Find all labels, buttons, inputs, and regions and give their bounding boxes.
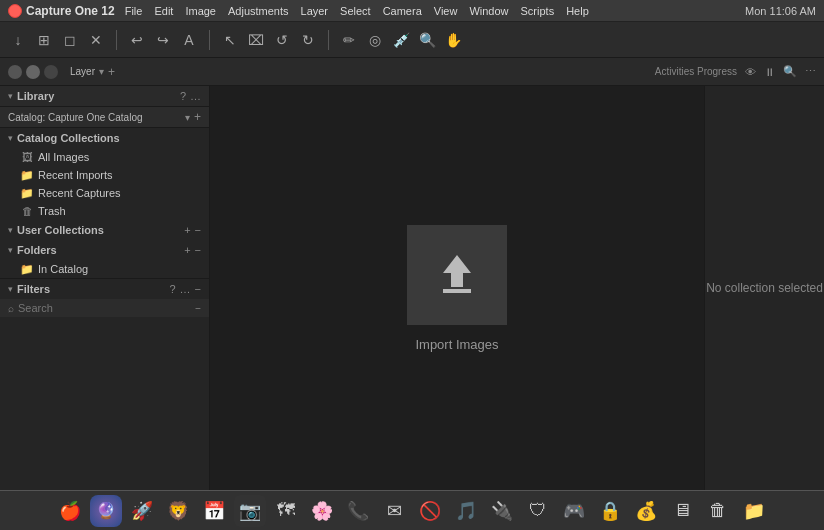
dock-ubar[interactable]: 🔒 [594, 495, 626, 527]
hide-icon[interactable]: 👁 [745, 66, 756, 78]
user-collections-add-icon[interactable]: + [184, 224, 190, 236]
trash-icon: 🗑 [20, 204, 34, 218]
recent-captures-item[interactable]: 📁 Recent Captures [0, 184, 209, 202]
search-clear-icon[interactable]: − [195, 303, 201, 314]
catalog-selector[interactable]: Catalog: Capture One Catalog ▾ + [0, 107, 209, 128]
catalog-collections-label: Catalog Collections [17, 132, 201, 144]
dock-trash[interactable]: 🗑 [702, 495, 734, 527]
no-collection-text: No collection selected [706, 279, 823, 297]
dock-siri[interactable]: 🔮 [90, 495, 122, 527]
color-tab-orange[interactable] [26, 65, 40, 79]
grid-icon[interactable]: ⊞ [34, 30, 54, 50]
eyedrop-icon[interactable]: 💉 [391, 30, 411, 50]
menu-adjustments[interactable]: Adjustments [228, 5, 289, 17]
folders-remove-icon[interactable]: − [195, 244, 201, 256]
color-tab-green[interactable] [44, 65, 58, 79]
folders-add-icon[interactable]: + [184, 244, 190, 256]
menu-camera[interactable]: Camera [383, 5, 422, 17]
catalog-expand-icon[interactable]: ▾ [185, 112, 190, 123]
right-panel: No collection selected [704, 86, 824, 490]
all-images-item[interactable]: 🖼 All Images [0, 148, 209, 166]
dock-skype[interactable]: 🚫 [414, 495, 446, 527]
trash-item[interactable]: 🗑 Trash [0, 202, 209, 220]
dock-photos[interactable]: 🌸 [306, 495, 338, 527]
hand-icon[interactable]: ✋ [443, 30, 463, 50]
user-collections-remove-icon[interactable]: − [195, 224, 201, 236]
menu-select[interactable]: Select [340, 5, 371, 17]
user-collections-chevron: ▾ [8, 225, 13, 235]
recent-captures-icon: 📁 [20, 186, 34, 200]
zoom-icon[interactable]: 🔍 [417, 30, 437, 50]
add-layer-icon[interactable]: + [108, 65, 115, 79]
dock-music[interactable]: 🎵 [450, 495, 482, 527]
text-icon[interactable]: A [179, 30, 199, 50]
dock: 🍎 🔮 🚀 🦁 📅 📷 🗺 🌸 📞 ✉ 🚫 🎵 🔌 🛡 🎮 🔒 💰 🖥 🗑 📁 [0, 490, 824, 530]
brush-icon[interactable]: ✏ [339, 30, 359, 50]
dock-finder[interactable]: 🍎 [54, 495, 86, 527]
clock: Mon 11:06 AM [745, 5, 816, 17]
filters-menu-icon[interactable]: … [180, 283, 191, 295]
folders-header[interactable]: ▾ Folders + − [0, 240, 209, 260]
user-collections-label: User Collections [17, 224, 184, 236]
dock-security[interactable]: 🛡 [522, 495, 554, 527]
recent-imports-item[interactable]: 📁 Recent Imports [0, 166, 209, 184]
library-help-icon[interactable]: ? [180, 90, 186, 102]
menu-image[interactable]: Image [185, 5, 216, 17]
dock-folder[interactable]: 📁 [738, 495, 770, 527]
dock-safari[interactable]: 🦁 [162, 495, 194, 527]
crop-icon[interactable]: ⌧ [246, 30, 266, 50]
filters-remove-icon[interactable]: − [195, 283, 201, 295]
stamp-icon[interactable]: ◎ [365, 30, 385, 50]
search-input[interactable] [18, 302, 195, 314]
catalog-add-icon[interactable]: + [194, 110, 201, 124]
rotate-icon[interactable]: ↺ [272, 30, 292, 50]
dock-launchpad[interactable]: 🚀 [126, 495, 158, 527]
menu-scripts[interactable]: Scripts [521, 5, 555, 17]
menu-file[interactable]: File [125, 5, 143, 17]
menu-edit[interactable]: Edit [154, 5, 173, 17]
close-icon[interactable]: ✕ [86, 30, 106, 50]
menubar-right: Mon 11:06 AM [745, 5, 824, 17]
cursor-icon[interactable]: ↖ [220, 30, 240, 50]
in-catalog-item[interactable]: 📁 In Catalog [0, 260, 209, 278]
import-label: Import Images [415, 337, 498, 352]
catalog-collections-header[interactable]: ▾ Catalog Collections [0, 128, 209, 148]
recent-captures-label: Recent Captures [38, 187, 121, 199]
import-box: Import Images [407, 225, 507, 352]
dock-appstore[interactable]: 🔌 [486, 495, 518, 527]
filters-header[interactable]: ▾ Filters ? … − [0, 279, 209, 299]
menu-view[interactable]: View [434, 5, 458, 17]
dots-icon[interactable]: ⋯ [805, 65, 816, 78]
filters-help-icon[interactable]: ? [169, 283, 175, 295]
dock-messages[interactable]: ✉ [378, 495, 410, 527]
download-icon [427, 245, 487, 305]
square-icon[interactable]: ◻ [60, 30, 80, 50]
apple-button[interactable] [8, 4, 22, 18]
search-box: ⌕ − [0, 299, 209, 317]
dock-calendar[interactable]: 📅 [198, 495, 230, 527]
search2-icon[interactable]: 🔍 [783, 65, 797, 78]
rotate2-icon[interactable]: ↻ [298, 30, 318, 50]
menu-help[interactable]: Help [566, 5, 589, 17]
dock-games[interactable]: 🎮 [558, 495, 590, 527]
dock-terminal[interactable]: 🖥 [666, 495, 698, 527]
undo-icon[interactable]: ↩ [127, 30, 147, 50]
import-icon[interactable]: ↓ [8, 30, 28, 50]
menu-layer[interactable]: Layer [301, 5, 329, 17]
user-collections-header[interactable]: ▾ User Collections + − [0, 220, 209, 240]
toolbar-separator-1 [116, 30, 117, 50]
activities-label: Activities Progress [655, 66, 737, 77]
pause-icon[interactable]: ⏸ [764, 66, 775, 78]
dock-maps[interactable]: 🗺 [270, 495, 302, 527]
layer-dropdown-icon[interactable]: ▾ [99, 66, 104, 77]
import-icon-box[interactable] [407, 225, 507, 325]
svg-rect-2 [443, 289, 471, 293]
dock-facetime[interactable]: 📞 [342, 495, 374, 527]
dock-capture-one[interactable]: 📷 [234, 495, 266, 527]
redo-icon[interactable]: ↪ [153, 30, 173, 50]
menu-window[interactable]: Window [469, 5, 508, 17]
library-menu-icon[interactable]: … [190, 90, 201, 102]
color-tab-red[interactable] [8, 65, 22, 79]
library-chevron[interactable]: ▾ [8, 91, 13, 101]
dock-finance[interactable]: 💰 [630, 495, 662, 527]
